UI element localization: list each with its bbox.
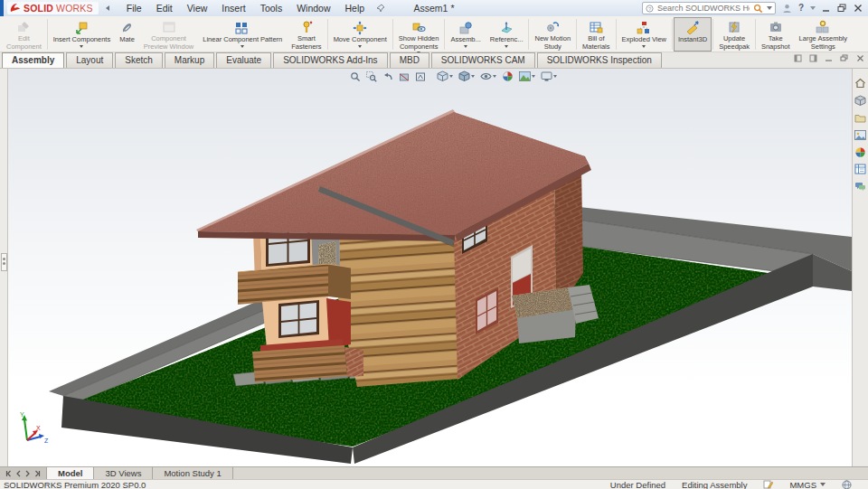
close-button[interactable] <box>854 4 863 13</box>
section-view-button[interactable] <box>397 71 411 83</box>
dropdown-caret-icon[interactable] <box>505 45 508 48</box>
menu-file[interactable]: File <box>120 2 148 14</box>
restore-button[interactable] <box>837 4 847 13</box>
menu-window[interactable]: Window <box>290 2 336 14</box>
tab-mbd[interactable]: MBD <box>390 52 429 68</box>
hide-show-items-button[interactable] <box>478 71 498 82</box>
appearances-scenes-button[interactable] <box>854 145 868 159</box>
ribbon-new-motion-study-button[interactable]: New MotionStudy <box>530 17 575 52</box>
ribbon-component-preview-window-button[interactable]: ComponentPreview Window <box>139 17 198 52</box>
doc-close-icon[interactable] <box>856 54 864 62</box>
dropdown-caret-icon[interactable] <box>532 75 535 78</box>
tower-lower-window[interactable] <box>278 300 319 338</box>
ribbon-assembly-features-button[interactable]: Assemb... <box>446 17 485 52</box>
ribbon-divider <box>712 19 713 50</box>
ribbon-update-speedpak-button[interactable]: UpdateSpeedpak <box>714 17 754 52</box>
view-palette-button[interactable] <box>854 127 868 142</box>
dropdown-caret-icon[interactable] <box>493 75 496 78</box>
doc-restore-icon[interactable] <box>840 54 849 62</box>
next-tab-icon[interactable] <box>24 470 31 477</box>
view-orientation-button[interactable] <box>435 70 455 83</box>
ribbon-insert-components-button[interactable]: Insert Components <box>49 17 115 52</box>
tab-markup[interactable]: Markup <box>165 52 214 68</box>
tab-solidworks-add-ins[interactable]: SOLIDWORKS Add-Ins <box>273 52 387 68</box>
unit-system-selector[interactable]: MMGS <box>789 480 826 489</box>
status-globe-icon[interactable] <box>842 480 852 489</box>
doc-tab-model[interactable]: Model <box>47 467 94 479</box>
tab-layout[interactable]: Layout <box>66 52 113 68</box>
apply-scene-button[interactable] <box>517 71 537 82</box>
dropdown-caret-icon[interactable] <box>464 45 467 48</box>
dropdown-caret-icon[interactable] <box>553 75 557 78</box>
previous-view-button[interactable] <box>381 71 395 83</box>
file-explorer-button[interactable] <box>854 110 868 125</box>
ribbon-instant3d-button[interactable]: Instant3D <box>674 17 712 52</box>
tab-solidworks-inspection[interactable]: SOLIDWORKS Inspection <box>537 52 662 68</box>
ribbon-smart-fasteners-button[interactable]: SmartFasteners <box>287 17 326 52</box>
prev-tab-icon[interactable] <box>15 470 22 477</box>
zoom-to-fit-button[interactable] <box>348 71 363 83</box>
pane-right-icon[interactable] <box>809 54 817 62</box>
ribbon-reference-geometry-button[interactable]: Referenc... <box>486 17 528 52</box>
tab-evaluate[interactable]: Evaluate <box>216 52 271 68</box>
ribbon-mate-button[interactable]: Mate <box>115 17 139 52</box>
feature-manager-collapsed-strip[interactable] <box>0 69 8 466</box>
search-options-caret-icon[interactable] <box>767 6 772 10</box>
dropdown-caret-icon[interactable] <box>358 45 362 48</box>
tab-solidworks-cam[interactable]: SOLIDWORKS CAM <box>431 52 535 68</box>
menu-insert[interactable]: Insert <box>215 2 251 14</box>
dropdown-caret-icon[interactable] <box>241 45 244 48</box>
menu-tools[interactable]: Tools <box>254 2 289 14</box>
pin-menu-icon[interactable] <box>376 4 385 13</box>
tab-sketch[interactable]: Sketch <box>115 52 163 68</box>
zoom-to-area-button[interactable] <box>364 71 379 83</box>
doc-minimize-icon[interactable] <box>825 54 833 62</box>
solidworks-window: SOLIDWORKS File Edit View Insert Tools W… <box>0 0 868 489</box>
pane-left-icon[interactable] <box>794 54 802 62</box>
search-input[interactable] <box>657 4 750 13</box>
solidworks-resources-button[interactable] <box>854 76 868 90</box>
menu-help[interactable]: Help <box>339 2 372 14</box>
ribbon-large-assembly-settings-button[interactable]: Large AssemblySettings <box>795 17 852 52</box>
help-button[interactable]: ? <box>798 4 804 13</box>
design-library-button[interactable] <box>854 93 868 108</box>
ribbon-exploded-view-button[interactable]: Exploded View <box>618 17 671 52</box>
ribbon-linear-component-pattern-button[interactable]: Linear Component Pattern <box>198 17 287 52</box>
balcony-side[interactable] <box>328 264 351 299</box>
minimize-button[interactable] <box>822 4 831 13</box>
edit-appearance-button[interactable] <box>500 70 515 83</box>
login-user-icon[interactable] <box>782 4 792 14</box>
title-bar: SOLIDWORKS File Edit View Insert Tools W… <box>0 0 868 16</box>
ribbon-show-hidden-components-button[interactable]: Show HiddenComponents <box>394 17 444 52</box>
first-tab-icon[interactable] <box>5 470 13 477</box>
view-settings-button[interactable] <box>539 71 559 83</box>
dynamic-annotation-views-button[interactable] <box>413 71 428 83</box>
base-brick-corner[interactable] <box>344 347 363 377</box>
custom-properties-button[interactable] <box>854 162 868 176</box>
panel-splitter-grip[interactable] <box>1 253 7 271</box>
dropdown-caret-icon[interactable] <box>80 45 83 48</box>
menu-view[interactable]: View <box>181 2 214 14</box>
viewport-3d[interactable]: Y X Z <box>0 69 868 466</box>
show-hidden-components-icon <box>411 20 426 34</box>
dropdown-caret-icon[interactable] <box>449 75 453 78</box>
menu-collapse-icon[interactable] <box>104 5 111 12</box>
tab-scroll-controls <box>0 467 47 479</box>
solidworks-forum-button[interactable] <box>854 179 868 193</box>
doc-tab-motion-study-1[interactable]: Motion Study 1 <box>153 467 232 479</box>
display-style-button[interactable] <box>457 70 476 83</box>
ribbon-edit-component-button[interactable]: EditComponent <box>2 17 46 52</box>
doc-tab-3d-views[interactable]: 3D Views <box>94 467 153 479</box>
last-tab-icon[interactable] <box>33 470 41 477</box>
menu-edit[interactable]: Edit <box>150 2 179 14</box>
skirt-planks[interactable] <box>252 345 347 382</box>
tab-assembly[interactable]: Assembly <box>2 52 64 68</box>
help-search-box[interactable]: ? <box>642 2 776 14</box>
dropdown-caret-icon[interactable] <box>471 75 475 78</box>
ribbon-move-component-button[interactable]: Move Component <box>329 17 392 52</box>
help-caret-icon[interactable] <box>810 6 816 10</box>
dropdown-caret-icon[interactable] <box>642 45 646 48</box>
ribbon-bill-of-materials-button[interactable]: Bill ofMaterials <box>578 17 614 52</box>
ribbon-take-snapshot-button[interactable]: TakeSnapshot <box>757 17 795 52</box>
search-icon[interactable] <box>753 4 763 14</box>
